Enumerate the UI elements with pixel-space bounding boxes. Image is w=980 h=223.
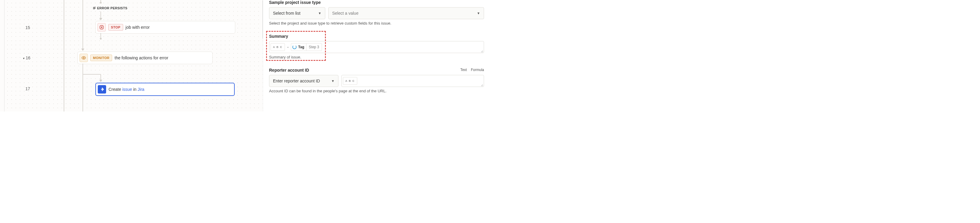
- monitor-badge: MONITOR: [90, 55, 112, 61]
- config-panel: Sample project issue type Select from li…: [263, 0, 490, 111]
- connector: [100, 11, 101, 19]
- connector: [83, 64, 83, 111]
- resize-handle[interactable]: [480, 49, 483, 52]
- svg-point-3: [83, 57, 84, 58]
- spinner-icon: [293, 45, 297, 49]
- jira-link[interactable]: Jira: [137, 87, 145, 92]
- issue-type-mode-select[interactable]: Select from list ▼: [269, 7, 325, 19]
- step-stop-card[interactable]: STOP job with error: [95, 21, 235, 34]
- stop-icon: [97, 23, 106, 32]
- field-issue-type: Sample project issue type Select from li…: [269, 0, 484, 26]
- connector: [83, 0, 83, 49]
- select-text: Select from list: [273, 11, 301, 16]
- field-help: Summary of issue.: [269, 55, 484, 59]
- stop-badge: STOP: [108, 24, 123, 30]
- minus-text: -: [287, 45, 290, 50]
- field-help: Account ID can be found in the people's …: [269, 89, 484, 93]
- select-placeholder: Select a value: [332, 11, 358, 16]
- step-jira-card[interactable]: Create issue in Jira: [95, 83, 235, 96]
- connector-arrow-icon: [99, 80, 102, 82]
- tag-step: Step 3: [306, 43, 322, 51]
- nesting-bracket: [64, 0, 67, 111]
- window-scrollbar[interactable]: [488, 0, 490, 111]
- connector-dot: [100, 38, 102, 40]
- field-reporter: Reporter account ID Text Formula Enter r…: [269, 68, 484, 93]
- connector-h: [83, 74, 101, 75]
- step-text: the following actions for error: [115, 55, 168, 60]
- step-number: 15: [25, 25, 30, 30]
- abc-chip[interactable]: A B C: [343, 77, 357, 85]
- summary-input[interactable]: A B C - Tag Step 3: [269, 41, 484, 53]
- branch-label: IF ERROR PERSISTS: [93, 6, 127, 10]
- workflow-canvas[interactable]: 15 16 17 IF ERROR PERSISTS STOP job with…: [5, 0, 263, 111]
- tag-chip[interactable]: Tag Step 3: [291, 43, 322, 51]
- field-summary: Summary A B C - Tag Step 3 Summary of is…: [269, 34, 484, 59]
- monitor-icon: [80, 54, 88, 62]
- select-text: Enter reporter account ID: [273, 79, 320, 83]
- field-label: Sample project issue type: [269, 0, 484, 5]
- abc-chip[interactable]: A B C: [270, 43, 285, 51]
- step-text: Create issue in Jira: [108, 87, 145, 92]
- issue-type-value-select[interactable]: Select a value ▼: [328, 7, 484, 19]
- connector-arrow-icon: [99, 18, 102, 20]
- step-number: 17: [25, 86, 30, 91]
- page-root: 15 16 17 IF ERROR PERSISTS STOP job with…: [0, 0, 490, 111]
- window-left-rail: [0, 0, 5, 111]
- reporter-mode-select[interactable]: Enter reporter account ID ▼: [269, 75, 339, 87]
- chevron-down-icon: ▼: [331, 79, 334, 83]
- field-help: Select the project and issue type to ret…: [269, 21, 484, 26]
- issue-link[interactable]: issue: [122, 87, 132, 92]
- panel-scrollbar[interactable]: [493, 0, 495, 111]
- jira-icon: [98, 85, 106, 93]
- resize-handle[interactable]: [480, 83, 483, 86]
- field-label: Reporter account ID: [269, 68, 484, 72]
- tab-formula[interactable]: Formula: [471, 68, 484, 72]
- tab-text[interactable]: Text: [460, 68, 467, 72]
- chevron-down-icon: ▼: [477, 11, 480, 15]
- input-mode-tabs: Text Formula: [457, 68, 484, 72]
- step-number[interactable]: 16: [23, 55, 30, 60]
- step-text: job with error: [126, 25, 150, 30]
- reporter-input[interactable]: A B C: [341, 75, 484, 87]
- field-label: Summary: [269, 34, 484, 39]
- connector-dot: [100, 2, 102, 3]
- tag-label: Tag: [298, 45, 306, 49]
- step-monitor-card[interactable]: MONITOR the following actions for error: [78, 51, 213, 64]
- connector-arrow-icon: [81, 48, 84, 51]
- chevron-down-icon: ▼: [318, 11, 321, 15]
